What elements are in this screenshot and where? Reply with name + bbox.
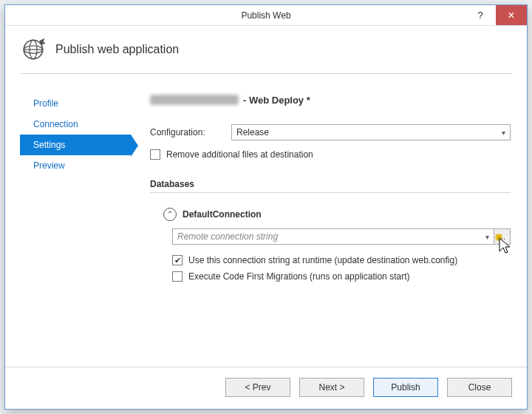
dialog-footer: < Prev Next > Publish Close <box>5 367 527 409</box>
db-name: DefaultConnection <box>183 209 262 220</box>
connection-browse-button[interactable]: … <box>494 228 511 245</box>
titlebar: Publish Web ? × <box>5 5 527 26</box>
connection-string-row: Remote connection string ▾ … <box>172 228 511 245</box>
configuration-label: Configuration: <box>150 127 224 138</box>
remove-files-label[interactable]: Remove additional files at destination <box>166 149 313 160</box>
db-header-row: ⌃ DefaultConnection <box>163 208 511 221</box>
next-button[interactable]: Next > <box>299 378 364 397</box>
use-conn-row: Use this connection string at runtime (u… <box>172 255 511 265</box>
database-block: ⌃ DefaultConnection Remote connection st… <box>163 208 511 282</box>
close-button[interactable]: Close <box>447 378 512 397</box>
dialog-heading: Publish web application <box>5 26 527 70</box>
dialog-body: Profile Connection Settings Preview - We… <box>5 74 527 367</box>
deploy-method-label: - Web Deploy * <box>243 95 310 106</box>
chevron-up-icon: ⌃ <box>167 211 173 218</box>
remove-files-checkbox[interactable] <box>150 149 160 160</box>
globe-icon <box>20 36 47 63</box>
sidebar-item-profile[interactable]: Profile <box>20 93 131 114</box>
databases-heading: Databases <box>150 179 511 189</box>
ellipsis-icon: … <box>499 233 506 241</box>
db-collapse-toggle[interactable]: ⌃ <box>163 208 177 221</box>
use-conn-checkbox[interactable] <box>172 255 183 265</box>
use-conn-label[interactable]: Use this connection string at runtime (u… <box>188 255 457 265</box>
connection-string-combobox[interactable]: Remote connection string ▾ <box>172 228 494 245</box>
wizard-sidebar: Profile Connection Settings Preview <box>20 81 131 367</box>
settings-panel: - Web Deploy * Configuration: Release ▾ … <box>131 81 512 367</box>
prev-button[interactable]: < Prev <box>225 378 290 397</box>
remove-files-row: Remove additional files at destination <box>150 149 511 160</box>
sidebar-item-preview[interactable]: Preview <box>20 155 131 176</box>
chevron-down-icon: ▾ <box>502 129 505 137</box>
sidebar-item-connection[interactable]: Connection <box>20 114 131 135</box>
sidebar-item-settings[interactable]: Settings <box>20 135 131 155</box>
configuration-select[interactable]: Release ▾ <box>231 124 511 140</box>
migrations-checkbox[interactable] <box>172 271 183 282</box>
profile-name-row: - Web Deploy * <box>150 92 511 108</box>
databases-separator <box>150 192 511 193</box>
connection-string-placeholder: Remote connection string <box>177 231 278 242</box>
migrations-label[interactable]: Execute Code First Migrations (runs on a… <box>188 271 409 282</box>
chevron-down-icon: ▾ <box>485 233 489 241</box>
window-title: Publish Web <box>5 10 527 21</box>
publish-button[interactable]: Publish <box>373 378 438 397</box>
configuration-row: Configuration: Release ▾ <box>150 124 511 140</box>
publish-web-dialog: Publish Web ? × Publish web application … <box>4 4 528 410</box>
profile-name-redacted <box>150 95 239 105</box>
configuration-value: Release <box>236 127 269 138</box>
dialog-title: Publish web application <box>55 43 179 56</box>
migrations-row: Execute Code First Migrations (runs on a… <box>172 271 511 282</box>
db-options: Use this connection string at runtime (u… <box>172 255 511 282</box>
